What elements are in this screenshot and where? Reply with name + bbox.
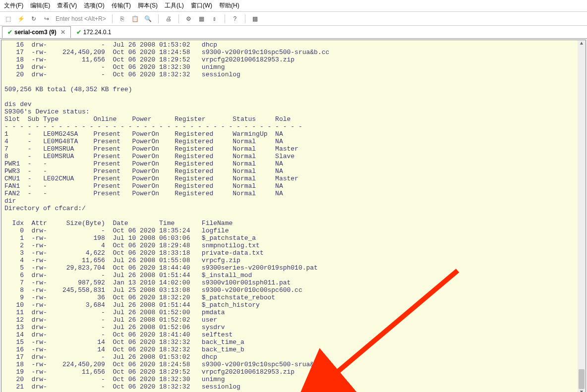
menu-view[interactable]: 查看(V) — [57, 1, 77, 10]
quick-connect-icon[interactable]: ⚡ — [16, 14, 26, 24]
session-icon[interactable]: ▦ — [197, 14, 207, 24]
menu-tools[interactable]: 工具(L) — [165, 1, 184, 10]
tab-serial-com3[interactable]: ✔ serial-com3 (9) ✕ — [2, 26, 71, 38]
menu-edit[interactable]: 编辑(E) — [30, 1, 50, 10]
tab-label: 172.24.0.1 — [83, 29, 112, 36]
tab-bar: ✔ serial-com3 (9) ✕ ✔ 172.24.0.1 — [0, 26, 587, 39]
close-icon[interactable]: ✕ — [60, 29, 65, 36]
host-input[interactable]: Enter host <Alt+R> — [55, 14, 107, 23]
toolbar: ⬚ ⚡ ↻ ↪ Enter host <Alt+R> ⎘ 📋 🔍 🖨 ⚙ ▦ ⫾… — [0, 12, 587, 26]
check-icon: ✔ — [7, 29, 12, 36]
find-icon[interactable]: 🔍 — [143, 14, 153, 24]
menu-window[interactable]: 窗口(W) — [191, 1, 212, 10]
print-icon[interactable]: 🖨 — [164, 14, 174, 24]
tab-ip[interactable]: ✔ 172.24.0.1 — [71, 26, 117, 38]
menu-help[interactable]: 帮助(H) — [219, 1, 239, 10]
menu-bar: 文件(F) 编辑(E) 查看(V) 选项(O) 传输(T) 脚本(S) 工具(L… — [0, 0, 587, 12]
terminal-container: 16 drw- - Jul 26 2008 01:53:02 dhcp 17 -… — [1, 40, 586, 392]
scroll-down-icon[interactable]: ▼ — [578, 389, 586, 392]
connect-icon[interactable]: ⬚ — [3, 14, 13, 24]
check-icon: ✔ — [76, 29, 81, 36]
menu-transfer[interactable]: 传输(T) — [112, 1, 131, 10]
settings-icon[interactable]: ⚙ — [184, 14, 194, 24]
scroll-thumb[interactable] — [579, 369, 585, 389]
menu-file[interactable]: 文件(F) — [4, 1, 23, 10]
menu-options[interactable]: 选项(O) — [84, 1, 104, 10]
disconnect-icon[interactable]: ↪ — [42, 14, 52, 24]
grid-icon[interactable]: ▩ — [250, 14, 260, 24]
scrollbar[interactable]: ▲ ▼ — [578, 40, 586, 392]
menu-script[interactable]: 脚本(S) — [138, 1, 158, 10]
help-icon[interactable]: ? — [230, 14, 240, 24]
filter-icon[interactable]: ⫾ — [210, 14, 220, 24]
copy-icon[interactable]: ⎘ — [117, 14, 127, 24]
scroll-up-icon[interactable]: ▲ — [578, 40, 586, 48]
tab-label: serial-com3 (9) — [14, 29, 57, 36]
terminal[interactable]: 16 drw- - Jul 26 2008 01:53:02 dhcp 17 -… — [1, 40, 586, 392]
paste-icon[interactable]: 📋 — [130, 14, 140, 24]
reconnect-icon[interactable]: ↻ — [29, 14, 39, 24]
